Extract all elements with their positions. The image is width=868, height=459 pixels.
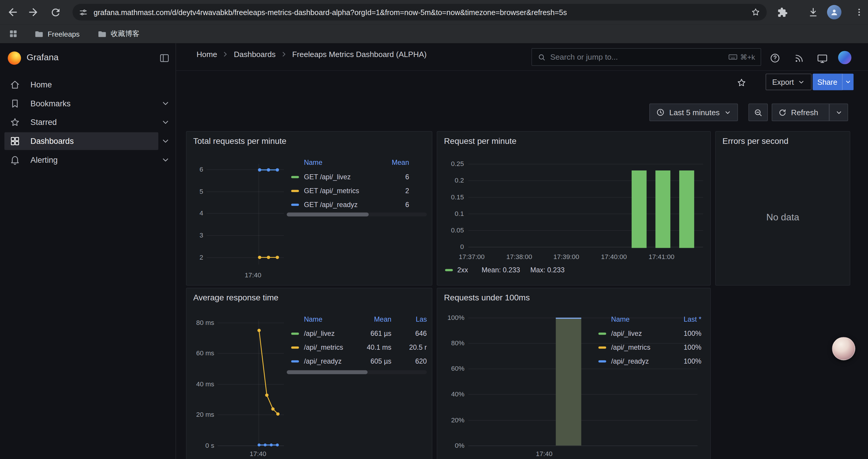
legend-header[interactable]: Name Mean Las [287, 314, 427, 325]
sidebar-item-alerting[interactable]: Alerting [0, 151, 176, 169]
site-info-icon[interactable] [79, 7, 88, 17]
legend-row[interactable]: /api/_readyz 100% [594, 355, 702, 369]
legend-header[interactable]: Name Mean [287, 157, 428, 168]
favorite-star-icon[interactable] [735, 76, 747, 89]
chevron-down-icon[interactable] [161, 118, 170, 127]
sidebar-collapse-icon[interactable] [159, 53, 170, 64]
series-name[interactable]: GET /api/_livez [304, 170, 351, 184]
profile-avatar[interactable] [827, 5, 841, 20]
refresh-icon [778, 108, 786, 117]
y-tick: 40% [438, 390, 464, 398]
legend-row[interactable]: /api/_metrics 100% [594, 341, 702, 355]
series-name[interactable]: /api/_readyz [611, 355, 649, 369]
zoom-out-icon [753, 107, 763, 117]
downloads-icon[interactable] [807, 6, 820, 19]
search-input[interactable] [550, 53, 723, 61]
legend-header[interactable]: Name Last * [594, 314, 702, 325]
series-name[interactable]: /api/_livez [611, 327, 642, 341]
chevron-down-icon[interactable] [161, 156, 170, 165]
legend-row[interactable]: GET /api/_livez 6 [287, 170, 428, 184]
series-name[interactable]: GET /api/_metrics [304, 184, 359, 198]
extensions-icon[interactable] [776, 6, 789, 19]
user-avatar[interactable] [838, 51, 851, 64]
series-name[interactable]: 2xx [457, 265, 468, 275]
y-tick: 4 [189, 209, 203, 217]
series-swatch [291, 204, 299, 206]
scrollbar-thumb[interactable] [287, 370, 368, 374]
legend-scrollbar [287, 213, 427, 217]
share-button[interactable]: Share [813, 73, 842, 90]
sidebar-item-starred[interactable]: Starred [0, 113, 176, 132]
panel-title[interactable]: Requests under 100ms [444, 293, 530, 302]
series-name[interactable]: /api/_readyz [304, 355, 342, 369]
zoom-out-button[interactable] [748, 103, 768, 121]
reload-icon[interactable] [49, 6, 62, 19]
scrollbar-thumb[interactable] [287, 213, 369, 217]
breadcrumb-home[interactable]: Home [196, 50, 217, 59]
floating-avatar[interactable] [832, 337, 855, 360]
sidebar-item-dashboards[interactable]: Dashboards [0, 132, 176, 151]
series-swatch [291, 176, 299, 178]
no-data-text: No data [716, 212, 850, 223]
sidebar-item-home[interactable]: Home [0, 75, 176, 94]
series-name[interactable]: /api/_metrics [611, 341, 651, 355]
legend-row[interactable]: 2xx Mean: 0.233 Max: 0.233 [444, 265, 704, 275]
bar [556, 318, 581, 446]
bookmark-star-icon[interactable] [751, 7, 761, 17]
x-tick: 17:40 [245, 271, 261, 279]
export-button[interactable]: Export [766, 73, 812, 90]
sidebar-item-bookmarks[interactable]: Bookmarks [0, 94, 176, 113]
legend-row[interactable]: /api/_livez 661 µs 646 [287, 327, 427, 341]
legend-row[interactable]: /api/_metrics 40.1 ms 20.5 r [287, 341, 427, 355]
x-tick: 17:40 [536, 450, 553, 458]
panel-avg-response-time: Average response time 80 ms 60 ms 40 ms … [186, 288, 433, 459]
legend-row[interactable]: GET /api/_readyz 6 [287, 198, 428, 212]
share-dropdown-button[interactable] [842, 73, 854, 90]
browser-toolbar: grafana.mathmast.com/d/deytv4rwavabkb/fr… [0, 0, 868, 24]
y-tick: 5 [189, 188, 203, 195]
breadcrumb-current: Freeleaps Metrics Dashboard (ALPHA) [292, 50, 427, 59]
series-last: 646 [397, 327, 427, 341]
chevron-right-icon [222, 51, 229, 58]
dashboard-subheader: Export Share [176, 71, 868, 97]
folder-icon [97, 29, 107, 38]
time-range-picker[interactable]: Last 5 minutes [649, 103, 738, 121]
series-swatch [598, 347, 606, 349]
bookmark-folder-blogs[interactable]: 收藏博客 [94, 27, 143, 40]
panel-title[interactable]: Errors per second [722, 136, 788, 145]
panel-title[interactable]: Average response time [193, 293, 279, 302]
back-icon[interactable] [6, 6, 20, 19]
chevron-down-icon[interactable] [161, 137, 170, 145]
refresh-interval-dropdown[interactable] [829, 103, 848, 121]
help-icon[interactable] [769, 52, 781, 64]
series-name[interactable]: /api/_metrics [304, 341, 343, 355]
series-name[interactable]: /api/_livez [304, 327, 335, 341]
series-name[interactable]: GET /api/_readyz [304, 198, 358, 212]
monitor-icon[interactable] [816, 52, 828, 64]
y-tick: 60 ms [188, 349, 214, 357]
apps-grid-icon[interactable] [6, 27, 20, 40]
chevron-down-icon[interactable] [161, 99, 170, 108]
legend-row[interactable]: /api/_readyz 605 µs 620 [287, 355, 427, 369]
y-tick: 0% [438, 441, 464, 449]
panel-total-requests: Total requests per minute 6 5 4 3 2 17:4… [186, 131, 433, 286]
rss-icon[interactable] [793, 52, 805, 64]
search-box[interactable]: ⌘+k [531, 48, 761, 66]
url-bar[interactable]: grafana.mathmast.com/d/deytv4rwavabkb/fr… [72, 4, 767, 21]
y-tick: 60% [438, 365, 464, 372]
bookmark-folder-freeleaps[interactable]: Freeleaps [31, 27, 83, 40]
y-tick: 20 ms [188, 411, 214, 418]
legend-row[interactable]: /api/_livez 100% [594, 327, 702, 341]
y-tick: 0 s [188, 441, 214, 449]
grafana-sidebar: Grafana Home Bookmarks Starred [0, 43, 176, 459]
panel-title[interactable]: Request per minute [444, 136, 517, 145]
legend-row[interactable]: GET /api/_metrics 2 [287, 184, 428, 198]
refresh-button[interactable]: Refresh [772, 103, 829, 121]
person-icon [829, 7, 839, 17]
breadcrumb-dashboards[interactable]: Dashboards [234, 50, 275, 59]
chevron-down-icon [845, 78, 851, 85]
panel-title[interactable]: Total requests per minute [193, 136, 286, 145]
forward-icon[interactable] [27, 6, 40, 19]
browser-menu-icon[interactable] [852, 6, 866, 19]
grafana-logo[interactable] [8, 52, 21, 65]
